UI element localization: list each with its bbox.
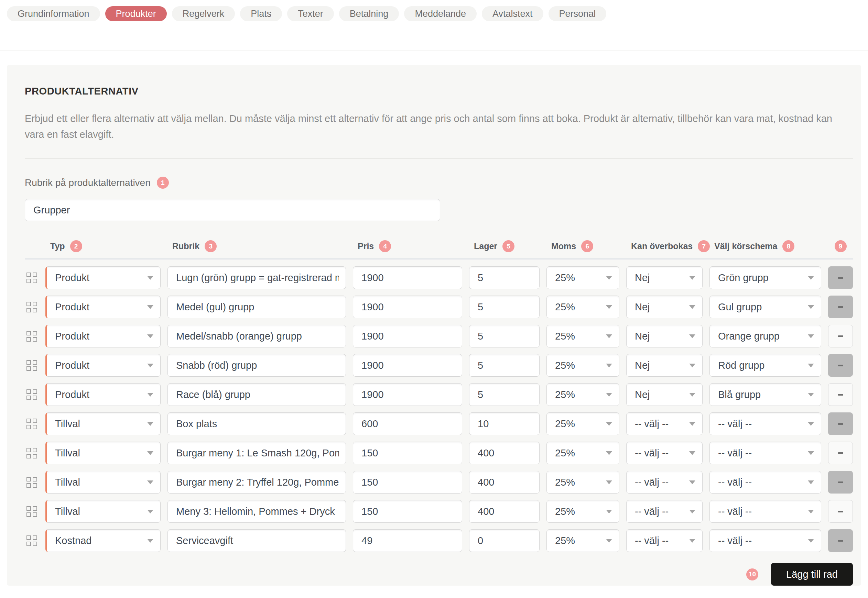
rubrik-input[interactable] [176,330,339,342]
tab-texter[interactable]: Texter [287,6,334,21]
rubrik-input[interactable] [176,389,339,401]
lager-input[interactable] [478,535,532,546]
drag-handle-icon[interactable] [25,535,39,546]
typ-select[interactable]: Produkt [45,266,160,289]
korschema-select[interactable]: Grön grupp [709,266,821,289]
remove-row-button[interactable] [828,529,853,552]
pris-input[interactable] [361,447,455,459]
remove-row-button[interactable] [828,413,853,435]
rubrik-title-input[interactable] [25,199,440,221]
typ-select[interactable]: Produkt [45,325,160,347]
overbokas-select[interactable]: Nej [626,296,703,318]
lager-input[interactable] [478,330,532,342]
moms-select[interactable]: 25% [546,296,619,318]
overbokas-select[interactable]: Nej [626,266,703,289]
drag-handle-icon[interactable] [25,448,39,459]
korschema-select[interactable]: Gul grupp [709,296,821,318]
drag-handle-icon[interactable] [25,331,39,342]
rubrik-input[interactable] [176,447,339,459]
tab-produkter[interactable]: Produkter [105,6,167,21]
rubrik-input[interactable] [176,360,339,371]
moms-select[interactable]: 25% [546,442,619,464]
overbokas-select[interactable]: Nej [626,354,703,377]
typ-select[interactable]: Tillval [45,471,160,493]
drag-handle-icon[interactable] [25,506,39,517]
rubrik-input[interactable] [176,535,339,546]
pris-input[interactable] [361,330,455,342]
tab-plats[interactable]: Plats [240,6,282,21]
pris-input[interactable] [361,389,455,401]
tab-betalning[interactable]: Betalning [339,6,399,21]
overbokas-select[interactable]: -- välj -- [626,471,703,493]
moms-select[interactable]: 25% [546,383,619,406]
tab-personal[interactable]: Personal [549,6,607,21]
pris-input[interactable] [361,477,455,488]
moms-select[interactable]: 25% [546,354,619,377]
korschema-select[interactable]: -- välj -- [709,413,821,435]
moms-select[interactable]: 25% [546,325,619,347]
tab-grundinformation[interactable]: Grundinformation [7,6,100,21]
moms-select[interactable]: 25% [546,529,619,552]
drag-handle-icon[interactable] [25,360,39,371]
lager-input[interactable] [478,418,532,430]
lager-input[interactable] [478,389,532,401]
moms-select[interactable]: 25% [546,266,619,289]
typ-select[interactable]: Tillval [45,500,160,523]
rubrik-input[interactable] [176,418,339,430]
lager-input[interactable] [478,506,532,517]
moms-select[interactable]: 25% [546,413,619,435]
rubrik-input[interactable] [176,477,339,488]
lager-input[interactable] [478,447,532,459]
typ-select[interactable]: Tillval [45,413,160,435]
drag-handle-icon[interactable] [25,272,39,283]
korschema-select[interactable]: -- välj -- [709,442,821,464]
pris-input[interactable] [361,535,455,546]
moms-select[interactable]: 25% [546,471,619,493]
typ-select[interactable]: Produkt [45,383,160,406]
korschema-select[interactable]: Röd grupp [709,354,821,377]
remove-row-button[interactable] [828,471,853,493]
korschema-select[interactable]: -- välj -- [709,500,821,523]
typ-select[interactable]: Produkt [45,296,160,318]
overbokas-select[interactable]: -- välj -- [626,500,703,523]
drag-handle-icon[interactable] [25,477,39,488]
remove-row-button[interactable] [828,325,853,347]
typ-select[interactable]: Tillval [45,442,160,464]
korschema-select[interactable]: -- välj -- [709,471,821,493]
lager-input[interactable] [478,272,532,284]
tab-avtalstext[interactable]: Avtalstext [482,6,543,21]
rubrik-input[interactable] [176,506,339,517]
moms-select[interactable]: 25% [546,500,619,523]
overbokas-select[interactable]: -- välj -- [626,413,703,435]
remove-row-button[interactable] [828,500,853,523]
remove-row-button[interactable] [828,266,853,289]
add-row-button[interactable]: Lägg till rad [771,563,853,586]
remove-row-button[interactable] [828,383,853,406]
drag-handle-icon[interactable] [25,302,39,312]
lager-input[interactable] [478,360,532,371]
pris-input[interactable] [361,360,455,371]
korschema-select[interactable]: -- välj -- [709,529,821,552]
remove-row-button[interactable] [828,296,853,318]
typ-select[interactable]: Kostnad [45,529,160,552]
overbokas-select[interactable]: Nej [626,325,703,347]
rubrik-input[interactable] [176,301,339,313]
drag-handle-icon[interactable] [25,419,39,429]
lager-input[interactable] [478,477,532,488]
remove-row-button[interactable] [828,442,853,464]
korschema-select[interactable]: Orange grupp [709,325,821,347]
overbokas-select[interactable]: -- välj -- [626,529,703,552]
tab-regelverk[interactable]: Regelverk [172,6,235,21]
lager-input[interactable] [478,301,532,313]
overbokas-select[interactable]: -- välj -- [626,442,703,464]
pris-input[interactable] [361,272,455,284]
pris-input[interactable] [361,506,455,517]
drag-handle-icon[interactable] [25,389,39,400]
korschema-select[interactable]: Blå grupp [709,383,821,406]
pris-input[interactable] [361,418,455,430]
tab-meddelande[interactable]: Meddelande [404,6,477,21]
rubrik-input[interactable] [176,272,339,284]
pris-input[interactable] [361,301,455,313]
typ-select[interactable]: Produkt [45,354,160,377]
overbokas-select[interactable]: Nej [626,383,703,406]
